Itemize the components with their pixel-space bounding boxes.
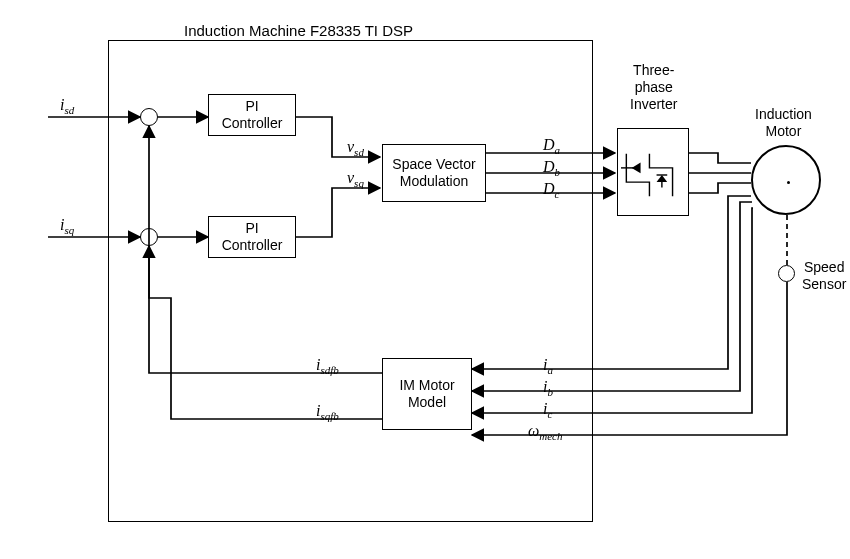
label-wmech: ωmech [528,422,563,442]
label-isd: isd [60,96,74,116]
label-inverter: Three-phaseInverter [630,62,677,112]
svg-marker-3 [657,175,668,182]
label-induction-motor: InductionMotor [755,106,812,140]
sum-junction-d [140,108,158,126]
label-Db: Db [543,158,560,178]
dsp-frame [108,40,593,522]
label-Da: Da [543,136,560,156]
block-svm: Space VectorModulation [382,144,486,202]
block-pi-controller-2: PIController [208,216,296,258]
label-vsq: vsq [347,169,364,189]
label-ib: ib [543,378,553,398]
label-ic: ic [543,400,552,420]
block-motor-model: IM MotorModel [382,358,472,430]
label-isq: isq [60,216,74,236]
label-Dc: Dc [543,180,559,200]
page-title: Induction Machine F28335 TI DSP [184,22,413,39]
label-isqfb: isqfb [316,402,339,422]
label-vsd: vsd [347,138,364,158]
sum-junction-q [140,228,158,246]
label-speed-sensor: SpeedSensor [802,259,846,293]
label-ia: ia [543,356,553,376]
block-induction-motor [751,145,821,215]
block-inverter [617,128,689,216]
svg-marker-1 [632,163,641,174]
igbt-icon [621,148,685,202]
speed-sensor-node [778,265,795,282]
block-pi-controller-1: PIController [208,94,296,136]
label-isdfb: isdfb [316,356,339,376]
